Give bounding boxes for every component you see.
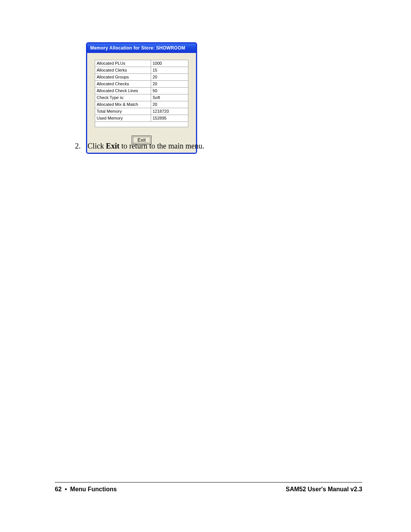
footer-section: Menu Functions <box>70 486 117 492</box>
instruction-step: 2. Click Exit to return to the main menu… <box>75 142 204 150</box>
row-label: Total Memory <box>95 108 151 115</box>
table-row: Allocated PLUs 1000 <box>95 60 188 67</box>
table-row: Allocated Clerks 15 <box>95 67 188 74</box>
dialog-titlebar: Memory Allocation for Store: SHOWROOM <box>87 43 196 53</box>
step-text-bold: Exit <box>106 142 119 150</box>
table-row: Check Type is: Soft <box>95 94 188 101</box>
row-value: Soft <box>151 94 188 101</box>
row-label: Allocated Check Lines <box>95 88 151 94</box>
row-label: Allocated Clerks <box>95 67 151 74</box>
footer-divider <box>55 482 362 482</box>
row-value: 1000 <box>151 60 188 67</box>
step-text-post: to return to the main menu. <box>119 142 204 150</box>
row-label: Allocated Checks <box>95 81 151 88</box>
row-value: 20 <box>151 74 188 81</box>
row-value: 152895 <box>151 115 188 122</box>
row-label: Check Type is: <box>95 94 151 101</box>
row-value: 15 <box>151 67 188 74</box>
row-label: Allocated Groups <box>95 74 151 81</box>
row-label: Allocated PLUs <box>95 60 151 67</box>
table-row: Allocated Mix & Match 20 <box>95 101 188 108</box>
row-label: Used Memory <box>95 115 151 122</box>
row-value: 20 <box>151 81 188 88</box>
table-row: Used Memory 152895 <box>95 115 188 122</box>
table-row: Total Memory 1218720 <box>95 108 188 115</box>
dialog-body: Allocated PLUs 1000 Allocated Clerks 15 … <box>87 53 196 153</box>
table-row: Allocated Check Lines 50 <box>95 88 188 94</box>
step-number: 2. <box>75 142 86 150</box>
row-value: 1218720 <box>151 108 188 115</box>
footer-left: 62 • Menu Functions <box>55 486 117 493</box>
allocation-table: Allocated PLUs 1000 Allocated Clerks 15 … <box>95 60 188 127</box>
table-row: Allocated Checks 20 <box>95 81 188 88</box>
row-value: 50 <box>151 88 188 94</box>
table-row: Allocated Groups 20 <box>95 74 188 81</box>
step-text-pre: Click <box>88 142 106 150</box>
footer-manual-title: SAM52 User's Manual v2.3 <box>286 486 362 493</box>
document-page: Memory Allocation for Store: SHOWROOM Al… <box>0 0 411 532</box>
footer-separator: • <box>63 486 68 492</box>
row-value: 20 <box>151 101 188 108</box>
row-label: Allocated Mix & Match <box>95 101 151 108</box>
footer-page-number: 62 <box>55 486 62 492</box>
page-footer: 62 • Menu Functions SAM52 User's Manual … <box>55 486 362 493</box>
memory-allocation-dialog: Memory Allocation for Store: SHOWROOM Al… <box>86 42 197 154</box>
table-blank-row <box>95 122 188 127</box>
